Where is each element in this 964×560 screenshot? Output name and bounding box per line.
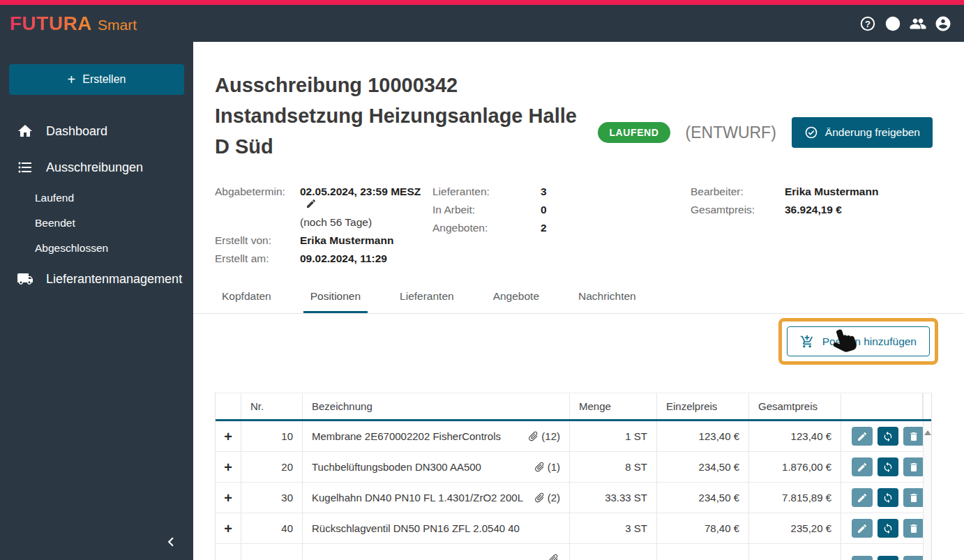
table-body: + 10 Membrane 2E670002202 FisherControls…: [216, 421, 931, 560]
status-badge: LAUFEND: [598, 122, 670, 143]
globe-icon[interactable]: [884, 15, 901, 32]
refresh-position-button[interactable]: [878, 488, 898, 507]
row-nr: 10: [241, 421, 303, 451]
edit-position-button[interactable]: [852, 457, 873, 476]
attachment-indicator[interactable]: (12): [527, 430, 560, 442]
refresh-position-button[interactable]: [878, 519, 898, 538]
row-gesamtpreis: 1.876,00 €: [749, 452, 841, 482]
account-icon[interactable]: [935, 15, 951, 32]
row-einzelpreis: 123,40 €: [657, 421, 749, 451]
sidebar-collapse-button[interactable]: [160, 531, 182, 553]
refresh-position-button[interactable]: [878, 556, 898, 560]
edit-position-button[interactable]: [852, 519, 873, 538]
erstellt-von-value: Erika Mustermann: [300, 234, 432, 247]
erstellt-von-label: Erstellt von:: [215, 234, 300, 247]
attachment-indicator[interactable]: (3): [548, 553, 560, 560]
add-position-label: Position hinzufügen: [822, 335, 917, 348]
home-icon: [17, 123, 33, 139]
refresh-position-button[interactable]: [878, 427, 898, 446]
row-menge: 1 ST: [570, 421, 657, 451]
release-change-button[interactable]: Änderung freigeben: [792, 117, 933, 148]
table-row: + 50 Absperrschieber XXDN300 PN10 ZFL GG…: [216, 544, 923, 560]
erstellt-am-label: Erstellt am:: [215, 252, 300, 265]
edit-position-button[interactable]: [852, 556, 873, 560]
tab-lieferanten[interactable]: Lieferanten: [393, 283, 461, 313]
cart-plus-icon: [800, 335, 814, 349]
app-logo: FUTURASmart: [10, 13, 137, 35]
attachment-indicator[interactable]: (1): [534, 461, 560, 473]
row-einzelpreis: 234,50 €: [657, 483, 749, 513]
truck-icon: [17, 271, 33, 287]
help-icon[interactable]: ?: [859, 15, 876, 32]
create-button-label: Erstellen: [82, 73, 126, 86]
edit-position-button[interactable]: [852, 427, 873, 446]
gesamtpreis-label: Gesamtpreis:: [691, 204, 785, 216]
sidebar-item-label: Dashboard: [46, 124, 107, 139]
row-einzelpreis: 78,40 €: [657, 513, 749, 543]
deadline-countdown: (noch 56 Tage): [300, 216, 432, 229]
edit-position-button[interactable]: [852, 488, 873, 507]
row-actions: [841, 421, 923, 451]
sidebar: + Erstellen Dashboard Ausschreibungen La…: [0, 42, 193, 560]
refresh-position-button[interactable]: [878, 457, 898, 476]
tab-angebote[interactable]: Angebote: [486, 283, 546, 313]
expand-row-button[interactable]: +: [224, 430, 232, 444]
scrollbar-up-arrow[interactable]: [924, 430, 931, 435]
pencil-icon: [857, 462, 868, 473]
sidebar-item-beendet[interactable]: Beendet: [0, 211, 193, 236]
tab-nachrichten[interactable]: Nachrichten: [571, 283, 643, 313]
delete-position-button[interactable]: [903, 556, 924, 560]
row-menge: 70 ST: [570, 544, 657, 560]
row-bezeichnung: Kugelhahn DN40 PN10 FL 1.4301/ZrO2 200L …: [303, 483, 570, 513]
row-menge: 8 ST: [570, 452, 657, 482]
sidebar-item-ausschreibungen[interactable]: Ausschreibungen: [0, 149, 193, 186]
positions-toolbar: Position hinzufügen: [193, 314, 964, 381]
delete-position-button[interactable]: [903, 457, 924, 476]
sidebar-item-dashboard[interactable]: Dashboard: [0, 113, 193, 149]
plus-icon: +: [68, 73, 76, 86]
sidebar-item-lieferantenmanagement[interactable]: Lieferantenmanagement: [0, 261, 193, 297]
meta-col-dates: Abgabetermin: 02.05.2024, 23:59 MESZ (no…: [215, 186, 432, 265]
release-change-label: Änderung freigeben: [825, 126, 920, 139]
expand-row-button[interactable]: +: [224, 522, 232, 536]
row-menge: 3 ST: [570, 513, 657, 543]
sidebar-item-abgeschlossen[interactable]: Abgeschlossen: [0, 236, 193, 261]
expand-row-button[interactable]: +: [224, 491, 232, 505]
tab-positionen[interactable]: Positionen: [303, 283, 368, 313]
sidebar-item-laufend[interactable]: Laufend: [0, 186, 193, 211]
tab-kopfdaten[interactable]: Kopfdaten: [215, 283, 278, 313]
row-gesamtpreis: 7.815,89 €: [749, 483, 841, 513]
row-gesamtpreis: 9.450,00 €: [749, 544, 841, 560]
header-actions: [841, 393, 923, 419]
attachment-indicator[interactable]: (2): [534, 492, 560, 504]
sync-icon: [882, 492, 894, 504]
sync-icon: [882, 431, 894, 442]
pencil-icon: [857, 492, 868, 504]
delete-position-button[interactable]: [903, 488, 924, 507]
table-scrollbar[interactable]: [923, 421, 931, 560]
row-nr: 20: [241, 452, 303, 482]
chevron-left-icon: [162, 533, 180, 551]
sidebar-item-label: Ausschreibungen: [46, 160, 143, 175]
trash-icon: [908, 431, 919, 442]
table-row: + 30 Kugelhahn DN40 PN10 FL 1.4301/ZrO2 …: [216, 483, 923, 513]
sync-icon: [882, 523, 894, 534]
tab-bar: Kopfdaten Positionen Lieferanten Angebot…: [193, 283, 964, 314]
expand-row-button[interactable]: +: [224, 460, 232, 474]
lieferanten-label: Lieferanten:: [432, 186, 541, 198]
edit-deadline-icon[interactable]: [306, 198, 317, 209]
row-actions: [841, 513, 923, 543]
users-icon[interactable]: [910, 15, 926, 32]
bearbeiter-value: Erika Mustermann: [785, 186, 878, 198]
header-expand: [216, 393, 241, 419]
table-row: + 20 Tuchbelüftungsboden DN300 AA500 (1)…: [216, 452, 923, 483]
delete-position-button[interactable]: [903, 519, 924, 538]
delete-position-button[interactable]: [903, 427, 924, 446]
pencil-icon: [857, 523, 868, 534]
create-button[interactable]: + Erstellen: [9, 64, 184, 95]
row-nr: 40: [241, 513, 303, 543]
brand-name: FUTURA: [10, 13, 92, 34]
add-position-button[interactable]: Position hinzufügen: [787, 326, 930, 356]
svg-text:?: ?: [865, 18, 871, 29]
check-circle-icon: [804, 126, 818, 139]
